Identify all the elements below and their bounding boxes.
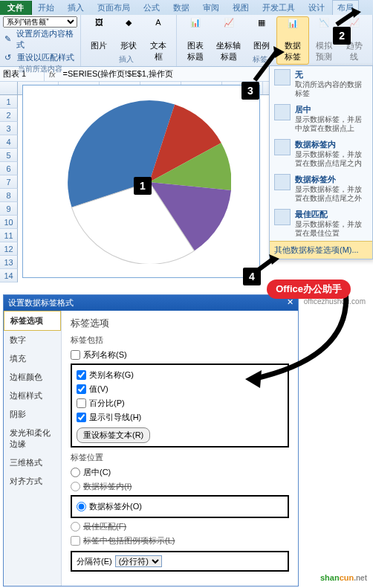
axis-title-button[interactable]: 📈坐标轴标题 (210, 16, 247, 65)
format-selection-button[interactable]: ✎设置所选内容格式 (3, 28, 77, 51)
shape-icon: ◆ (118, 18, 139, 39)
textbox-button[interactable]: A文本框 (143, 16, 173, 64)
position-title: 标签位置 (71, 452, 289, 463)
chart-title-button[interactable]: 📊图表标题 (180, 16, 210, 65)
outside-icon (274, 174, 291, 190)
bestfit-icon (274, 209, 291, 225)
chart-title-icon: 📊 (185, 18, 206, 39)
file-tab[interactable]: 文件 (0, 1, 32, 15)
shape-button[interactable]: ◆形状 (114, 16, 143, 53)
side-border-color[interactable]: 边框颜色 (4, 368, 61, 387)
row-header[interactable]: 12 (0, 242, 18, 256)
callout-2: 2 (333, 27, 351, 45)
curved-arrow (230, 282, 357, 409)
row-header[interactable]: 14 (0, 269, 18, 282)
arrow-2 (333, 6, 363, 28)
side-shadow[interactable]: 阴影 (4, 405, 61, 424)
row-header[interactable]: 5 (0, 149, 18, 162)
picture-button[interactable]: 🖼图片 (84, 16, 114, 53)
side-fill[interactable]: 填充 (4, 349, 61, 368)
highlighted-radio: 数据标签外(O) (71, 495, 289, 518)
row-header[interactable]: 8 (0, 189, 18, 202)
side-align[interactable]: 对齐方式 (4, 472, 61, 491)
row-header[interactable]: 10 (0, 216, 18, 229)
chart-element-selector[interactable]: 系列“销售额” (3, 16, 77, 28)
textbox-icon: A (148, 18, 169, 39)
svg-marker-3 (245, 370, 262, 388)
arrow-3 (251, 45, 288, 82)
picture-icon: 🖼 (88, 18, 109, 39)
tab-page-layout[interactable]: 页面布局 (91, 1, 136, 15)
side-glow[interactable]: 发光和柔化边缘 (4, 424, 61, 453)
chk-legend-key[interactable]: 标签中包括图例项标示(L) (71, 534, 289, 548)
ribbon: 系列“销售额” ✎设置所选内容格式 ↺重设以匹配样式 当前所选内容 🖼图片 ◆形… (0, 15, 373, 67)
tab-data[interactable]: 数据 (167, 1, 195, 15)
group-label-insert: 插入 (119, 54, 134, 65)
data-labels-icon: 📊 (282, 19, 303, 39)
tab-view[interactable]: 视图 (227, 1, 255, 15)
tab-home[interactable]: 开始 (32, 1, 60, 15)
row-header[interactable]: 4 (0, 135, 18, 149)
reset-match-style-button[interactable]: ↺重设以匹配样式 (3, 51, 77, 64)
watermark-bubble: Office办公助手 (267, 280, 351, 299)
dd-outside[interactable]: 数据标签外显示数据标签，并放置在数据点结尾之外 (270, 171, 372, 206)
side-3d[interactable]: 三维格式 (4, 453, 61, 472)
callout-1: 1 (134, 177, 152, 195)
sim-icon: 📉 (314, 18, 334, 39)
dialog-sidebar: 标签选项 数字 填充 边框颜色 边框样式 阴影 发光和柔化边缘 三维格式 对齐方… (4, 311, 62, 586)
row-header[interactable]: 3 (0, 122, 18, 135)
radio-center[interactable]: 居中(C) (71, 465, 289, 479)
row-header[interactable]: 7 (0, 175, 18, 189)
data-labels-dropdown: 无取消所选内容的数据标签 居中显示数据标签，并居中放置在数据点上 数据标签内显示… (269, 65, 373, 259)
radio-bestfit[interactable]: 最佳匹配(F) (71, 520, 289, 534)
legend-icon: ▦ (251, 18, 272, 39)
svg-marker-1 (351, 7, 361, 18)
side-label-options[interactable]: 标签选项 (4, 311, 61, 331)
separator-select[interactable]: (分行符) (115, 555, 162, 567)
row-header[interactable]: 13 (0, 256, 18, 269)
svg-marker-0 (273, 46, 285, 58)
tab-formula[interactable]: 公式 (137, 1, 166, 15)
separator-row: 分隔符(E) (分行符) (71, 551, 289, 572)
tab-insert[interactable]: 插入 (62, 1, 90, 15)
side-border-style[interactable]: 边框样式 (4, 387, 61, 405)
group-label-selection: 当前所选内容 (3, 64, 77, 74)
side-number[interactable]: 数字 (4, 331, 61, 349)
center-icon (274, 104, 291, 120)
tab-dev[interactable]: 开发工具 (256, 1, 301, 15)
format-icon: ✎ (4, 34, 14, 45)
dialog-title-text: 设置数据标签格式 (8, 297, 74, 308)
tab-design[interactable]: 设计 (302, 1, 331, 15)
reset-icon: ↺ (4, 53, 15, 63)
row-header[interactable]: 9 (0, 202, 18, 216)
tab-review[interactable]: 审阅 (197, 1, 225, 15)
row-header[interactable]: 1 (0, 95, 18, 109)
reset-label-text-button[interactable]: 重设标签文本(R) (77, 427, 150, 443)
axis-title-icon: 📈 (218, 18, 239, 39)
row-header[interactable]: 11 (0, 229, 18, 242)
dd-inside[interactable]: 数据标签内显示数据标签，并放置在数据点结尾之内 (270, 136, 372, 171)
watermark-logo: shancun.net (320, 570, 367, 584)
callout-3: 3 (241, 82, 259, 100)
row-header[interactable]: 6 (0, 162, 18, 175)
inside-icon (274, 139, 291, 155)
dd-more-options[interactable]: 其他数据标签选项(M)... (270, 241, 372, 259)
radio-inside[interactable]: 数据标签内(I) (71, 479, 289, 494)
separator-label: 分隔符(E) (77, 556, 112, 567)
row-header[interactable]: 2 (0, 109, 18, 122)
chk-leader-lines[interactable]: 显示引导线(H) (77, 410, 283, 424)
select-all-corner[interactable] (0, 82, 18, 94)
dd-bestfit[interactable]: 最佳匹配显示数据标签，并放置在最佳位置 (270, 206, 372, 241)
radio-outside[interactable]: 数据标签外(O) (77, 500, 283, 514)
ribbon-tabs: 文件 开始 插入 页面布局 公式 数据 审阅 视图 开发工具 设计 布局 (0, 0, 373, 15)
dd-center[interactable]: 居中显示数据标签，并居中放置在数据点上 (270, 101, 372, 136)
